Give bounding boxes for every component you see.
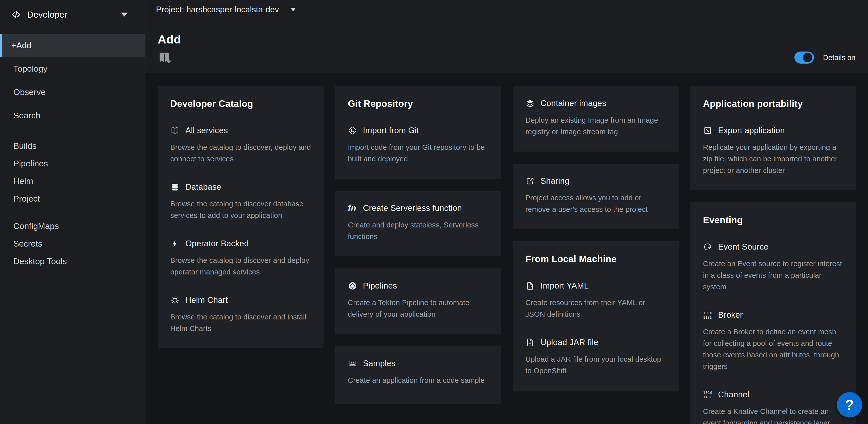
quickstart-book-plus-icon[interactable] [158, 50, 172, 64]
share-icon [525, 176, 535, 186]
item-description: Create a Knative Channel to create an ev… [703, 406, 844, 424]
add-item-broker[interactable]: Broker Create a Broker to define an even… [703, 310, 844, 372]
card-title: Application portability [703, 98, 844, 109]
add-item-samples[interactable]: Samples Create an application from a cod… [348, 359, 489, 386]
sidebar-nav: +Add Topology Observe Search Builds Pipe… [0, 29, 145, 270]
item-description: Upload a JAR file from your local deskto… [525, 354, 666, 376]
add-item-all-services[interactable]: All services Browse the catalog to disco… [170, 126, 311, 165]
sidebar-item-topology[interactable]: Topology [0, 57, 145, 80]
sidebar-item-label: +Add [11, 40, 31, 50]
cards-column-1: Developer Catalog All services Browse th… [158, 86, 323, 348]
sidebar-item-label: Secrets [13, 239, 42, 249]
nav-divider [0, 132, 145, 132]
add-item-import-from-git[interactable]: Import from Git Import code from your Gi… [348, 126, 489, 165]
item-description: Browse the catalog to discover and insta… [170, 311, 311, 334]
export-icon [703, 126, 712, 135]
sidebar-item-builds[interactable]: Builds [0, 137, 145, 154]
sidebar-item-project[interactable]: Project [0, 190, 145, 207]
add-item-upload-jar-file[interactable]: Upload JAR file Upload a JAR file from y… [525, 338, 666, 376]
card-application-portability: Application portability Export applicati… [690, 86, 856, 190]
sidebar-item-search[interactable]: Search [0, 104, 145, 127]
card-title: Eventing [703, 215, 844, 225]
sidebar-item-add[interactable]: +Add [0, 34, 145, 57]
sidebar-item-desktop-tools[interactable]: Desktop Tools [0, 252, 145, 270]
add-item-sharing[interactable]: Sharing Project access allows you to add… [525, 176, 666, 215]
sidebar-item-label: Observe [13, 87, 46, 97]
card-eventing: Eventing Event Source Create an Event so… [690, 202, 856, 424]
sidebar-item-observe[interactable]: Observe [0, 80, 145, 104]
details-toggle[interactable] [795, 52, 814, 64]
card-samples: Samples Create an application from a cod… [335, 346, 501, 404]
card-pipelines: Pipelines Create a Tekton Pipeline to au… [335, 268, 501, 334]
binary-broker-icon [703, 310, 712, 320]
sidebar-item-label: Project [13, 194, 40, 204]
database-icon [170, 182, 180, 192]
cards-column-4: Application portability Export applicati… [690, 86, 856, 424]
helm-icon [170, 295, 180, 305]
item-description: Deploy an existing Image from an Image r… [525, 114, 666, 138]
sidebar-item-helm[interactable]: Helm [0, 172, 145, 190]
item-description: Replicate your application by exporting … [703, 141, 844, 176]
item-description: Create resources from their YAML or JSON… [525, 297, 666, 320]
item-description: Import code from your Git repository to … [348, 141, 489, 165]
openshift-dev-console: Developer +Add Topology Observe Search B… [0, 0, 868, 424]
card-serverless-function: fn Create Serverless function Create and… [335, 191, 501, 256]
binary-channel-icon [703, 390, 712, 399]
add-item-pipelines[interactable]: Pipelines Create a Tekton Pipeline to au… [348, 281, 489, 320]
item-description: Browse the catalog to discover database … [170, 198, 311, 221]
card-from-local-machine: From Local Machine Import YAML Create re… [513, 241, 679, 391]
add-item-channel[interactable]: Channel Create a Knative Channel to crea… [703, 390, 844, 424]
code-icon [10, 9, 22, 20]
details-toggle-group: Details on [795, 52, 856, 64]
item-description: Create a Broker to define an event mesh … [703, 326, 844, 372]
sidebar-item-secrets[interactable]: Secrets [0, 235, 145, 252]
cards-column-2: Git Repository Import from Git Import co… [335, 86, 501, 404]
item-description: Project access allows you to add or remo… [525, 192, 666, 215]
add-item-import-yaml[interactable]: Import YAML Create resources from their … [525, 281, 666, 320]
project-selector-label: Project: harshcasper-localsta-dev [156, 5, 279, 14]
sidebar-item-configmaps[interactable]: ConfigMaps [0, 217, 145, 235]
bolt-icon [170, 239, 180, 248]
card-title: From Local Machine [525, 254, 666, 264]
card-developer-catalog: Developer Catalog All services Browse th… [158, 86, 323, 348]
perspective-switcher[interactable]: Developer [0, 0, 145, 29]
chevron-down-icon [290, 8, 296, 11]
add-item-helm-chart[interactable]: Helm Chart Browse the catalog to discove… [170, 295, 311, 334]
toggle-knob [803, 53, 812, 62]
sidebar-item-label: Builds [13, 141, 37, 151]
card-title: Developer Catalog [170, 98, 311, 109]
item-description: Create an Event source to register inter… [703, 258, 844, 292]
nav-divider [0, 212, 145, 212]
item-description: Browse the catalog to discover, deploy a… [170, 141, 311, 165]
add-item-event-source[interactable]: Event Source Create an Event source to r… [703, 242, 844, 292]
add-item-database[interactable]: Database Browse the catalog to discover … [170, 182, 311, 221]
file-upload-icon [525, 338, 535, 347]
layers-icon [525, 99, 535, 108]
add-item-operator-backed[interactable]: Operator Backed Browse the catalog to di… [170, 239, 311, 278]
card-container-images: Container images Deploy an existing Imag… [513, 86, 679, 151]
project-selector[interactable]: Project: harshcasper-localsta-dev [146, 0, 868, 19]
item-description: Create a Tekton Pipeline to automate del… [348, 297, 489, 320]
page-header: Add Details on [146, 19, 868, 73]
add-item-export-application[interactable]: Export application Replicate your applic… [703, 126, 844, 176]
sidebar-item-label: Topology [13, 64, 48, 74]
perspective-label: Developer [27, 9, 67, 20]
add-item-create-serverless-function[interactable]: fn Create Serverless function Create and… [348, 203, 489, 242]
main-area: Project: harshcasper-localsta-dev Add De… [146, 0, 868, 424]
sidebar-item-label: Helm [13, 176, 33, 186]
sidebar-item-label: Pipelines [13, 159, 48, 168]
item-description: Create and deploy stateless, Serverless … [348, 219, 489, 242]
file-code-icon [525, 281, 535, 290]
help-button[interactable]: ? [837, 392, 862, 418]
sidebar: Developer +Add Topology Observe Search B… [0, 0, 146, 424]
sidebar-item-pipelines[interactable]: Pipelines [0, 154, 145, 172]
sidebar-item-label: Desktop Tools [13, 256, 67, 266]
samples-icon [348, 359, 357, 368]
card-title: Git Repository [348, 98, 489, 109]
sidebar-item-label: ConfigMaps [13, 221, 59, 231]
pipelines-icon [348, 281, 357, 290]
event-source-icon [703, 242, 712, 252]
details-toggle-label: Details on [823, 54, 856, 62]
chevron-down-icon [121, 12, 128, 17]
add-item-container-images[interactable]: Container images Deploy an existing Imag… [525, 98, 666, 138]
